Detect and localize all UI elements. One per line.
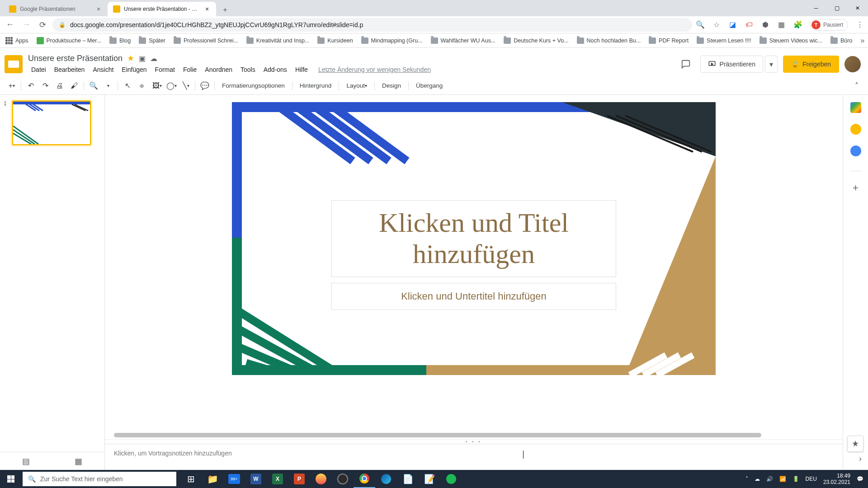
extension-icon[interactable]: 🏷 [745, 20, 754, 29]
bookmark-item[interactable]: Wahlfächer WU Aus... [431, 38, 496, 44]
transition-button[interactable]: Übergang [411, 80, 447, 92]
taskbar-search[interactable]: 🔍 Zur Suche Text hier eingeben [23, 472, 176, 486]
star-icon[interactable]: ★ [127, 53, 134, 63]
taskbar-app-edge[interactable] [375, 470, 397, 488]
share-button[interactable]: 🔒 Freigeben [783, 56, 839, 73]
profile-badge[interactable]: T Pausiert [810, 19, 848, 31]
menu-insert[interactable]: Einfügen [118, 64, 150, 75]
close-window-button[interactable]: ✕ [847, 1, 868, 15]
move-icon[interactable]: ▣ [139, 54, 146, 63]
title-placeholder[interactable]: Klicken und Titel hinzufügen [331, 200, 616, 277]
extension-icon[interactable]: ⬢ [761, 20, 770, 29]
line-tool[interactable]: ╲ ▾ [179, 80, 192, 92]
textbox-tool[interactable]: ⎆ [135, 80, 149, 92]
slides-logo-icon[interactable] [5, 55, 23, 73]
cloud-status-icon[interactable]: ☁ [150, 54, 157, 63]
browser-tab-active[interactable]: Unsere erste Präsentation - Goo... × [108, 2, 216, 16]
format-options-button[interactable]: Formatierungsoptionen [217, 80, 289, 92]
bookmark-item[interactable]: Kursideen [317, 38, 353, 44]
add-addon-button[interactable]: + [853, 182, 859, 194]
close-icon[interactable]: × [203, 5, 211, 13]
extensions-button[interactable]: 🧩 [793, 20, 802, 29]
menu-tools[interactable]: Tools [237, 64, 259, 75]
taskbar-app[interactable] [310, 470, 332, 488]
design-button[interactable]: Design [377, 80, 406, 92]
clock[interactable]: 18:49 23.02.2021 [823, 473, 850, 486]
taskbar-app-notepad[interactable]: 📝 [419, 470, 440, 488]
start-button[interactable] [0, 470, 22, 488]
bookmarks-overflow[interactable]: » [860, 36, 864, 45]
present-button[interactable]: Präsentieren [700, 56, 763, 73]
new-tab-button[interactable]: + [219, 4, 231, 16]
close-icon[interactable]: × [95, 5, 102, 13]
back-button[interactable]: ← [4, 19, 16, 31]
comments-button[interactable] [677, 55, 695, 73]
filmstrip-view-button[interactable]: ▤ [22, 456, 30, 466]
bookmark-item[interactable]: Steuern Videos wic... [760, 38, 822, 44]
menu-addons[interactable]: Add-ons [260, 64, 290, 75]
taskbar-app-mail[interactable]: 99+ [223, 470, 245, 488]
keep-icon[interactable] [850, 124, 861, 135]
taskbar-app[interactable]: 📄 [397, 470, 419, 488]
new-slide-button[interactable]: + ▾ [5, 80, 18, 92]
extension-icon[interactable]: ◪ [728, 20, 737, 29]
extension-icon[interactable]: ▦ [777, 20, 786, 29]
layout-button[interactable]: Layout ▾ [342, 80, 372, 92]
subtitle-placeholder[interactable]: Klicken und Untertitel hinzufügen [331, 283, 616, 310]
tray-expand-icon[interactable]: ˄ [745, 476, 748, 482]
explore-button[interactable] [847, 436, 863, 452]
bookmark-item[interactable]: Deutsche Kurs + Vo... [504, 38, 568, 44]
redo-button[interactable]: ↷ [38, 80, 52, 92]
document-title[interactable]: Unsere erste Präsentation [28, 54, 123, 63]
browser-tab[interactable]: Google Präsentationen × [4, 2, 108, 16]
bookmark-item[interactable]: Noch hochladen Bu... [577, 38, 641, 44]
taskbar-app-explorer[interactable]: 📁 [202, 470, 223, 488]
notifications-icon[interactable]: 💬 [857, 476, 863, 482]
maximize-button[interactable]: ▢ [826, 1, 847, 15]
account-avatar[interactable] [844, 56, 861, 72]
menu-edit[interactable]: Bearbeiten [51, 64, 88, 75]
volume-icon[interactable]: 🔊 [766, 476, 773, 482]
taskbar-app-powerpoint[interactable]: P [288, 470, 310, 488]
bookmark-item[interactable]: Produktsuche – Mer... [37, 37, 102, 44]
bookmark-item[interactable]: PDF Report [649, 38, 689, 44]
undo-button[interactable]: ↶ [24, 80, 38, 92]
menu-format[interactable]: Format [152, 64, 178, 75]
star-icon[interactable]: ☆ [712, 20, 721, 29]
wifi-icon[interactable]: 📶 [779, 476, 786, 482]
bookmark-item[interactable]: Später [139, 38, 165, 44]
calendar-icon[interactable] [850, 102, 861, 113]
last-edit-link[interactable]: Letzte Änderung vor wenigen Sekunden [318, 66, 431, 73]
menu-view[interactable]: Ansicht [90, 64, 117, 75]
taskbar-app-chrome[interactable] [354, 470, 375, 488]
bookmark-item[interactable]: Steuern Lesen !!!! [697, 38, 751, 44]
language-indicator[interactable]: DEU [806, 476, 817, 482]
paint-format-button[interactable]: 🖌 [67, 80, 81, 92]
zoom-icon[interactable]: 🔍 [696, 20, 705, 29]
background-button[interactable]: Hintergrund [295, 80, 336, 92]
menu-slide[interactable]: Folie [180, 64, 200, 75]
notes-resize-handle[interactable]: • • • [105, 439, 843, 444]
collapse-toolbar-button[interactable]: ˄ [850, 80, 863, 92]
taskbar-app-spotify[interactable] [440, 470, 462, 488]
menu-icon[interactable]: ⋮ [855, 20, 864, 29]
shape-tool[interactable]: ◯ ▾ [164, 80, 178, 92]
present-dropdown[interactable]: ▾ [765, 56, 778, 73]
print-button[interactable]: 🖨 [53, 80, 66, 92]
grid-view-button[interactable]: ▦ [75, 456, 82, 466]
slide-canvas[interactable]: Klicken und Titel hinzufügen Klicken und… [232, 102, 716, 375]
menu-help[interactable]: Hilfe [292, 64, 311, 75]
side-panel-collapse[interactable]: › [859, 454, 862, 464]
taskbar-app-word[interactable]: W [245, 470, 267, 488]
speaker-notes[interactable]: Klicken, um Vortragsnotizen hinzuzufügen [105, 444, 843, 470]
reload-button[interactable]: ⟳ [36, 19, 49, 31]
zoom-button[interactable]: 🔍 [87, 80, 100, 92]
address-bar[interactable]: 🔒 docs.google.com/presentation/d/1je40CL… [52, 18, 692, 32]
minimize-button[interactable]: ─ [806, 1, 826, 15]
zoom-dropdown[interactable]: ▾ [101, 80, 115, 92]
bookmark-item[interactable]: Blog [109, 38, 131, 44]
slide-thumbnail[interactable] [12, 100, 91, 145]
menu-file[interactable]: Datei [28, 64, 49, 75]
task-view-button[interactable]: ⊞ [180, 470, 202, 488]
apps-button[interactable]: Apps [5, 37, 28, 44]
